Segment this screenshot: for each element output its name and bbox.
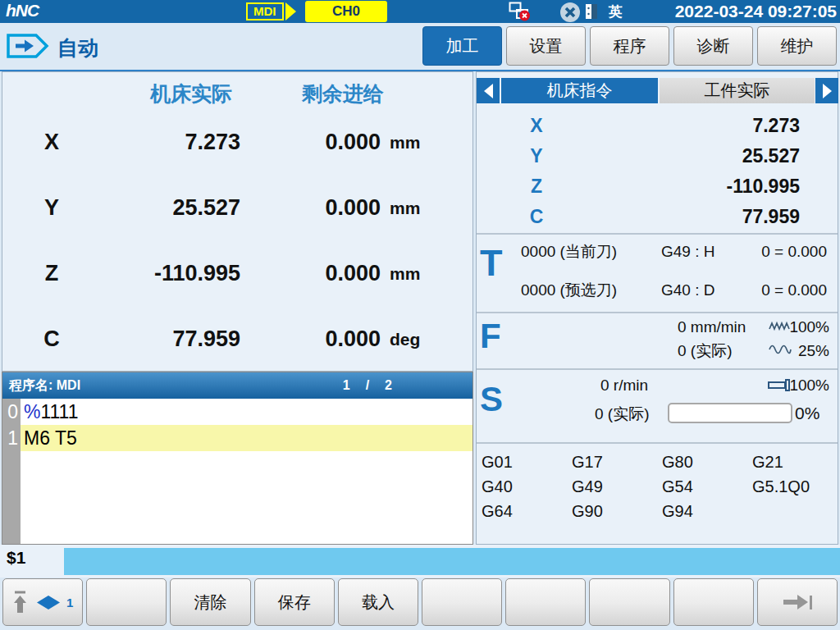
tool-comp-value: 0 = 0.000 [761, 278, 827, 303]
section-divider [477, 312, 838, 313]
clear-button[interactable]: 清除 [170, 578, 250, 626]
softkey-empty-8[interactable] [589, 578, 669, 626]
softkey-empty-2[interactable] [86, 578, 167, 626]
axis-label: C [34, 318, 70, 359]
hnc-screen: hNC MDI CH0 英 2022-03-24 09:27:05 [0, 0, 840, 630]
softkey-empty-6[interactable] [422, 578, 502, 626]
ime-close-icon[interactable] [559, 2, 583, 23]
spindle-override-percent: 100% [787, 374, 829, 396]
program-line-current[interactable]: 1 M6 T5 [2, 425, 472, 451]
softkey-empty-9[interactable] [673, 578, 754, 626]
tab-workpiece-actual[interactable]: 工件实际 [660, 78, 815, 103]
gcode-cell: G64 [482, 499, 567, 523]
return-marker-button[interactable]: 1 [2, 578, 83, 626]
machine-actual-header: 机床实际 [101, 79, 281, 108]
tab-machining[interactable]: 加工 [422, 26, 502, 66]
main-tab-bar: 加工 设置 程序 诊断 维护 [422, 26, 837, 66]
load-button[interactable]: 载入 [338, 578, 418, 626]
coord-axis-row: X 7.273 [477, 111, 838, 141]
axis-label: Z [522, 171, 551, 202]
coordinate-panel: 机床指令 工件实际 X 7.273 Y 25.527 Z -110.995 C … [476, 71, 838, 545]
left-triangle-icon [484, 84, 493, 98]
ime-keyboard-icon[interactable] [586, 4, 597, 19]
mode-badge-arrow-icon [285, 2, 296, 21]
coord-axis-row: Z -110.995 [477, 171, 838, 202]
coord-axis-row: Y 25.527 [477, 141, 838, 171]
gcode-cell: G80 [662, 450, 747, 474]
tool-number: 0000 (当前刀) [521, 240, 617, 264]
gcode-cell: G90 [572, 499, 657, 523]
status-row: $1 [0, 545, 840, 578]
mode-badge: MDI [246, 2, 296, 21]
language-indicator[interactable]: 英 [609, 2, 623, 21]
axis-actual-value: -110.995 [80, 253, 240, 294]
gcode-cell: G49 [572, 474, 657, 499]
marker-number: 1 [66, 596, 73, 609]
axis-unit: mm [390, 253, 447, 295]
feed-value: 0 mm/min [678, 316, 746, 338]
feed-row: 0 (实际) 25% [477, 340, 838, 362]
axis-remaining-value: 0.000 [261, 187, 381, 228]
hnc-logo: hNC [6, 1, 39, 21]
tool-comp-code: G40 : D [661, 278, 714, 303]
softkey-toolbar: 1 清除 保存 载入 [0, 578, 840, 630]
line-number: 0 [2, 399, 21, 425]
prev-coord-view-button[interactable] [477, 78, 500, 103]
datetime-display: 2022-03-24 09:27:05 [675, 2, 837, 21]
next-page-button[interactable] [757, 578, 838, 626]
feed-row: 0 mm/min 100% [477, 316, 838, 338]
tab-program[interactable]: 程序 [590, 26, 669, 66]
mode-badge-label: MDI [246, 2, 284, 21]
axis-actual-value: 77.959 [80, 318, 240, 359]
next-coord-view-button[interactable] [815, 78, 838, 103]
axis-value: 7.273 [752, 111, 800, 141]
tab-settings[interactable]: 设置 [506, 26, 586, 66]
axis-actual-value: 7.273 [80, 121, 240, 162]
axis-remaining-value: 0.000 [261, 253, 381, 294]
page-total: 2 [377, 378, 400, 392]
axis-actual-value: 25.527 [80, 187, 240, 228]
spindle-speed-value: 0 r/min [600, 374, 648, 396]
spindle-row: 0 r/min 100% [477, 374, 838, 396]
tab-machine-command[interactable]: 机床指令 [501, 78, 658, 103]
status-progress-track [64, 548, 840, 575]
gcode-cell: G21 [752, 450, 838, 474]
tool-number: 0000 (预选刀) [521, 278, 617, 303]
program-line[interactable]: 0 %1111 [2, 399, 472, 425]
line-code: M6 T5 [24, 427, 77, 449]
axis-row-x: X 7.273 0.000 mm [2, 121, 472, 162]
axis-row-c: C 77.959 0.000 deg [2, 318, 472, 359]
auto-mode-icon [7, 34, 49, 58]
feed-override-percent: 100% [787, 316, 829, 338]
softkey-empty-7[interactable] [505, 578, 586, 626]
axis-unit: mm [390, 121, 447, 164]
axis-value: 25.527 [742, 141, 800, 171]
position-panel: 机床实际 剩余进给 X 7.273 0.000 mm Y 25.527 0.00… [2, 71, 473, 372]
gcode-cell: G17 [572, 450, 657, 474]
line-code: 1111 [40, 401, 78, 422]
feed-actual-value: 0 (实际) [678, 340, 733, 362]
channel-badge: CH0 [305, 1, 387, 22]
axis-remaining-value: 0.000 [261, 121, 381, 162]
page-indicator: 1/2 [336, 372, 400, 399]
axis-unit: deg [390, 318, 447, 361]
network-error-icon [509, 2, 531, 21]
spindle-actual-value: 0 (实际) [595, 402, 650, 427]
axis-value: -110.995 [726, 171, 800, 202]
right-triangle-icon [823, 84, 832, 98]
line-text: %1111 [21, 399, 472, 425]
tab-diagnosis[interactable]: 诊断 [673, 26, 753, 66]
save-button[interactable]: 保存 [254, 578, 335, 626]
channel-label: $1 [7, 548, 25, 568]
page-current: 1 [336, 378, 358, 392]
program-title: 程序名: MDI [9, 372, 80, 399]
diamond-marker-icon [37, 596, 60, 609]
remaining-feed-header: 剩余进给 [281, 79, 404, 108]
tab-maintenance[interactable]: 维护 [757, 26, 837, 66]
axis-label: C [522, 202, 551, 232]
gcode-cell: G54 [662, 474, 747, 499]
axis-label: Y [522, 141, 551, 171]
gcode-cell: G01 [482, 450, 567, 474]
gcode-cell: G40 [482, 474, 567, 499]
program-symbol: % [24, 401, 40, 422]
